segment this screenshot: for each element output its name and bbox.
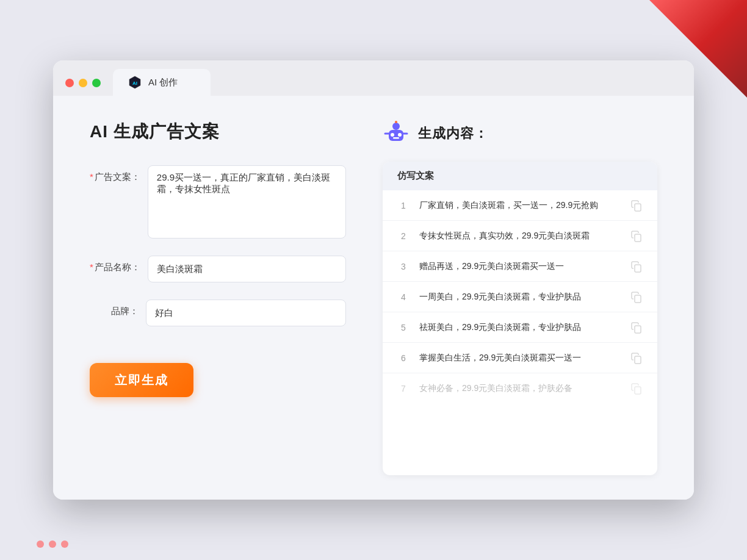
textarea-ad-copy[interactable]: 29.9买一送一，真正的厂家直销，美白淡斑霜，专抹女性斑点: [148, 165, 346, 239]
table-row: 5 祛斑美白，29.9元美白淡斑霜，专业护肤品: [383, 312, 657, 343]
deco-dots: [37, 540, 68, 548]
results-header: 生成内容：: [383, 120, 657, 147]
browser-window: AI AI 创作 AI 生成广告文案 *广告文案： 29.9买一送一，真正的厂家…: [53, 60, 694, 500]
required-star-2: *: [90, 262, 93, 272]
row-text-7: 女神必备，29.9元美白淡斑霜，护肤必备: [419, 382, 621, 395]
left-panel: AI 生成广告文案 *广告文案： 29.9买一送一，真正的厂家直销，美白淡斑霜，…: [90, 120, 346, 475]
table-row: 3 赠品再送，29.9元美白淡斑霜买一送一: [383, 251, 657, 282]
input-product-name[interactable]: [148, 256, 346, 282]
copy-icon-4[interactable]: [630, 291, 643, 303]
svg-rect-12: [635, 234, 641, 242]
submit-button[interactable]: 立即生成: [90, 363, 193, 397]
deco-dot-3: [61, 540, 68, 548]
svg-rect-15: [635, 326, 641, 333]
table-row: 6 掌握美白生活，29.9元美白淡斑霜买一送一: [383, 343, 657, 373]
form-group-product: *产品名称：: [90, 256, 346, 282]
form-group-ad-copy: *广告文案： 29.9买一送一，真正的厂家直销，美白淡斑霜，专抹女性斑点: [90, 165, 346, 239]
table-row: 1 厂家直销，美白淡斑霜，买一送一，29.9元抢购: [383, 190, 657, 221]
svg-point-8: [395, 121, 397, 123]
svg-rect-11: [635, 204, 641, 211]
form-group-brand: 品牌：: [90, 300, 346, 326]
row-num-4: 4: [397, 292, 410, 302]
traffic-lights: [65, 79, 101, 87]
row-text-2: 专抹女性斑点，真实功效，29.9元美白淡斑霜: [419, 229, 621, 242]
table-row: 7 女神必备，29.9元美白淡斑霜，护肤必备: [383, 373, 657, 403]
row-num-3: 3: [397, 262, 410, 271]
table-row: 4 一周美白，29.9元美白淡斑霜，专业护肤品: [383, 282, 657, 312]
main-title: AI 生成广告文案: [90, 120, 346, 143]
svg-rect-14: [635, 295, 641, 303]
row-num-6: 6: [397, 353, 410, 363]
svg-rect-17: [635, 387, 641, 394]
row-num-5: 5: [397, 323, 410, 332]
row-num-7: 7: [397, 384, 410, 393]
input-brand[interactable]: [146, 300, 346, 326]
results-title: 生成内容：: [418, 124, 488, 143]
svg-point-5: [398, 133, 402, 137]
row-num-1: 1: [397, 201, 410, 210]
copy-icon-3[interactable]: [630, 260, 643, 273]
row-text-4: 一周美白，29.9元美白淡斑霜，专业护肤品: [419, 290, 621, 303]
copy-icon-2[interactable]: [630, 230, 643, 242]
browser-chrome: AI AI 创作: [53, 60, 694, 96]
desktop: AI AI 创作 AI 生成广告文案 *广告文案： 29.9买一送一，真正的厂家…: [0, 0, 747, 560]
traffic-light-minimize[interactable]: [79, 79, 87, 87]
table-row: 2 专抹女性斑点，真实功效，29.9元美白淡斑霜: [383, 221, 657, 251]
tab-label: AI 创作: [148, 77, 178, 88]
svg-point-4: [391, 133, 394, 137]
copy-icon-6[interactable]: [630, 352, 643, 364]
row-text-3: 赠品再送，29.9元美白淡斑霜买一送一: [419, 260, 621, 273]
deco-dot-1: [37, 540, 44, 548]
row-text-5: 祛斑美白，29.9元美白淡斑霜，专业护肤品: [419, 321, 621, 334]
row-text-1: 厂家直销，美白淡斑霜，买一送一，29.9元抢购: [419, 199, 621, 212]
browser-content: AI 生成广告文案 *广告文案： 29.9买一送一，真正的厂家直销，美白淡斑霜，…: [53, 96, 694, 500]
svg-text:AI: AI: [132, 81, 137, 86]
copy-icon-7[interactable]: [630, 382, 643, 395]
copy-icon-5[interactable]: [630, 321, 643, 334]
browser-tab[interactable]: AI AI 创作: [113, 69, 211, 96]
label-product: *产品名称：: [90, 256, 140, 273]
traffic-light-fullscreen[interactable]: [92, 79, 101, 87]
required-star-1: *: [90, 171, 93, 182]
svg-rect-6: [393, 137, 399, 139]
label-ad-copy: *广告文案：: [90, 165, 140, 183]
copy-icon-1[interactable]: [630, 199, 643, 212]
row-num-2: 2: [397, 231, 410, 241]
label-brand: 品牌：: [90, 300, 139, 317]
svg-rect-16: [635, 356, 641, 364]
robot-icon: [383, 120, 410, 147]
svg-rect-13: [635, 265, 641, 272]
deco-dot-2: [49, 540, 56, 548]
table-header: 仿写文案: [383, 162, 657, 190]
right-panel: 生成内容： 仿写文案 1 厂家直销，美白淡斑霜，买一送一，29.9元抢购: [383, 120, 657, 475]
traffic-light-close[interactable]: [65, 79, 74, 87]
results-table: 仿写文案 1 厂家直销，美白淡斑霜，买一送一，29.9元抢购 2 专抹女性斑点，…: [383, 162, 657, 475]
ai-tab-icon: AI: [128, 75, 142, 90]
row-text-6: 掌握美白生活，29.9元美白淡斑霜买一送一: [419, 351, 621, 364]
